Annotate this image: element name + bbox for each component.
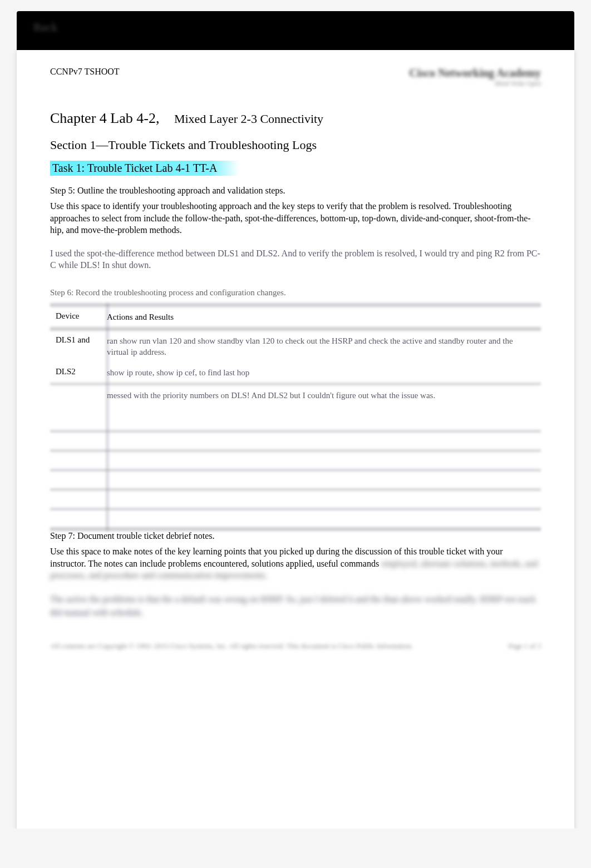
table-row: DLS1 and ran show run vlan 120 and show … xyxy=(50,331,541,363)
cell-device xyxy=(50,472,100,488)
brand-title: Cisco Networking Academy xyxy=(409,67,541,80)
row-separator xyxy=(50,488,541,491)
cell-device xyxy=(50,385,100,430)
brand-subtitle: Mind Wide Open xyxy=(409,80,541,88)
table-row: messed with the priority numbers on DLS!… xyxy=(50,385,541,430)
top-bar: Back xyxy=(17,11,574,50)
back-label[interactable]: Back xyxy=(33,21,57,34)
cell-device: DLS1 and xyxy=(50,331,100,363)
table-row: DLS2 show ip route, show ip cef, to find… xyxy=(50,363,541,383)
brand-area: Cisco Networking Academy Mind Wide Open xyxy=(409,67,541,88)
page-header: CCNPv7 TSHOOT Cisco Networking Academy M… xyxy=(50,67,541,88)
cell-device xyxy=(50,491,100,508)
row-separator xyxy=(50,449,541,452)
row-separator xyxy=(50,383,541,385)
table-border-bottom xyxy=(50,527,541,531)
step7-body: Use this space to make notes of the key … xyxy=(50,545,541,582)
step5-body: Use this space to identify your troubles… xyxy=(50,200,541,236)
col-header-actions: Actions and Results xyxy=(100,307,541,327)
step5-heading: Step 5: Outline the troubleshooting appr… xyxy=(50,186,541,196)
footer-copyright: All contents are Copyright © 1992–2015 C… xyxy=(50,642,413,651)
cell-device xyxy=(50,510,100,527)
chapter-subtitle: Mixed Layer 2-3 Connectivity xyxy=(174,112,323,126)
footer-page-number: Page 1 of 3 xyxy=(508,642,541,651)
cell-device xyxy=(50,452,100,469)
cell-actions: show ip route, show ip cef, to find last… xyxy=(100,363,541,383)
table-border-top xyxy=(50,303,541,307)
step7-answer-blurred: The active the problems is that the a de… xyxy=(50,593,541,619)
cell-actions: ran show run vlan 120 and show standby v… xyxy=(100,331,541,363)
cell-actions: messed with the priority numbers on DLS!… xyxy=(100,385,541,430)
row-separator xyxy=(50,469,541,472)
task-heading: Task 1: Trouble Ticket Lab 4-1 TT-A xyxy=(50,161,239,176)
table-row xyxy=(50,452,541,469)
cell-device xyxy=(50,433,100,449)
chapter-heading: Chapter 4 Lab 4-2, Mixed Layer 2-3 Conne… xyxy=(50,110,541,127)
step6-heading: Step 6: Record the troubleshooting proce… xyxy=(50,288,541,297)
cell-actions xyxy=(100,510,541,527)
section-heading: Section 1—Trouble Tickets and Troublesho… xyxy=(50,138,541,152)
cell-device: DLS2 xyxy=(50,363,100,383)
step5-answer: I used the spot-the-difference method be… xyxy=(50,247,541,271)
table-row xyxy=(50,472,541,488)
row-separator xyxy=(50,508,541,510)
step7-heading: Step 7: Document trouble ticket debrief … xyxy=(50,531,541,541)
cell-actions xyxy=(100,472,541,488)
table-row xyxy=(50,491,541,508)
row-separator xyxy=(50,327,541,331)
table-header-row: Device Actions and Results xyxy=(50,307,541,327)
page-footer: All contents are Copyright © 1992–2015 C… xyxy=(50,642,541,651)
row-separator xyxy=(50,430,541,433)
cell-actions xyxy=(100,452,541,469)
document-page: CCNPv7 TSHOOT Cisco Networking Academy M… xyxy=(17,50,574,829)
log-table: Device Actions and Results DLS1 and ran … xyxy=(50,303,541,531)
chapter-lab: Chapter 4 Lab 4-2, xyxy=(50,110,159,126)
table-row xyxy=(50,433,541,449)
table-row xyxy=(50,510,541,527)
col-header-device: Device xyxy=(50,307,100,327)
cell-actions xyxy=(100,433,541,449)
cell-actions xyxy=(100,491,541,508)
course-code: CCNPv7 TSHOOT xyxy=(50,67,120,77)
